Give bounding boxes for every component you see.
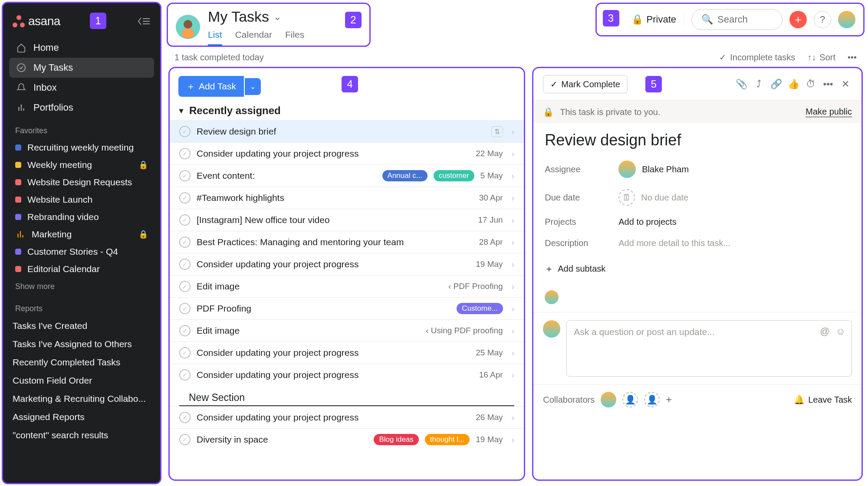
tab-files[interactable]: Files bbox=[285, 27, 304, 46]
close-icon[interactable]: ✕ bbox=[839, 79, 852, 90]
nav-item-home[interactable]: Home bbox=[9, 38, 154, 58]
show-more-link[interactable]: Show more bbox=[3, 278, 160, 296]
link-icon[interactable]: 🔗 bbox=[769, 79, 783, 90]
add-collaborator-slot[interactable]: 👤 bbox=[622, 392, 638, 407]
task-row[interactable]: ✓Edit image‹ PDF Proofing› bbox=[170, 275, 524, 297]
subtask-icon[interactable]: ⤴ bbox=[752, 79, 765, 90]
complete-toggle[interactable]: ✓ bbox=[179, 325, 191, 336]
report-item[interactable]: Tasks I've Assigned to Others bbox=[3, 335, 160, 353]
details-icon[interactable]: ⇅ bbox=[491, 126, 503, 137]
complete-toggle[interactable]: ✓ bbox=[179, 281, 191, 292]
task-row[interactable]: ✓PDF ProofingCustome...› bbox=[170, 297, 524, 319]
collapse-sidebar-icon[interactable] bbox=[138, 16, 151, 26]
complete-toggle[interactable]: ✓ bbox=[179, 259, 191, 270]
task-tag[interactable]: Custome... bbox=[457, 303, 503, 314]
report-item[interactable]: Recently Completed Tasks bbox=[3, 353, 160, 371]
description-value[interactable]: Add more detail to this task... bbox=[618, 238, 730, 248]
task-row[interactable]: ✓Edit image‹ Using PDF proofing› bbox=[170, 319, 524, 342]
comment-input[interactable]: Ask a question or post an update... @ ☺ bbox=[566, 320, 852, 377]
global-add-button[interactable]: + bbox=[789, 11, 807, 28]
task-row[interactable]: ✓Diversity in spaceBlog ideasthought l..… bbox=[170, 428, 524, 450]
task-row[interactable]: ✓Consider updating your project progress… bbox=[170, 364, 524, 386]
complete-toggle[interactable]: ✓ bbox=[179, 303, 191, 314]
report-item[interactable]: Custom Field Order bbox=[3, 371, 160, 390]
task-row[interactable]: ✓Consider updating your project progress… bbox=[170, 406, 524, 428]
complete-toggle[interactable]: ✓ bbox=[179, 148, 191, 159]
task-title[interactable]: Review design brief bbox=[545, 131, 850, 149]
task-row[interactable]: ✓Event content:Annual c...customer5 May› bbox=[170, 164, 524, 187]
complete-toggle[interactable]: ✓ bbox=[179, 434, 191, 445]
complete-toggle[interactable]: ✓ bbox=[179, 347, 191, 358]
report-item[interactable]: Marketing & Recruiting Collabo... bbox=[3, 390, 160, 408]
due-date-value[interactable]: 🗓 No due date bbox=[618, 189, 688, 206]
favorite-item[interactable]: Website Design Requests bbox=[3, 174, 160, 191]
section-new[interactable]: New Section bbox=[179, 386, 514, 406]
task-title: Consider updating your project progress bbox=[197, 348, 470, 358]
favorite-item[interactable]: Rebranding video bbox=[3, 208, 160, 226]
topbar: 3 🔒 Private 🔍 Search + ? bbox=[595, 3, 865, 36]
task-row[interactable]: ✓Best Practices: Managing and mentoring … bbox=[170, 231, 524, 253]
favorite-item[interactable]: Editorial Calendar bbox=[3, 260, 160, 278]
task-title: Event content: bbox=[197, 171, 376, 181]
complete-toggle[interactable]: ✓ bbox=[179, 126, 191, 137]
report-item[interactable]: "content" search results bbox=[3, 426, 160, 444]
collaborator-avatar[interactable] bbox=[601, 392, 616, 407]
task-row[interactable]: ✓Consider updating your project progress… bbox=[170, 142, 524, 164]
complete-toggle[interactable]: ✓ bbox=[179, 214, 191, 226]
mention-icon[interactable]: @ bbox=[820, 326, 829, 337]
mark-complete-button[interactable]: ✓ Mark Complete bbox=[543, 75, 628, 93]
nav-item-portfolios[interactable]: Portfolios bbox=[9, 98, 154, 118]
nav-item-my-tasks[interactable]: My Tasks bbox=[9, 58, 154, 78]
favorite-item[interactable]: Recruiting weekly meeting bbox=[3, 139, 160, 156]
task-row[interactable]: ✓[Instagram] New office tour video17 Jun… bbox=[170, 209, 524, 231]
logo[interactable]: asana bbox=[13, 14, 60, 28]
task-tag[interactable]: thought l... bbox=[425, 434, 470, 445]
complete-toggle[interactable]: ✓ bbox=[179, 369, 191, 381]
make-public-link[interactable]: Make public bbox=[806, 107, 852, 117]
tab-calendar[interactable]: Calendar bbox=[235, 27, 272, 46]
complete-toggle[interactable]: ✓ bbox=[179, 412, 191, 423]
more-icon[interactable]: ••• bbox=[822, 79, 835, 90]
add-collaborator-button[interactable]: + bbox=[666, 394, 672, 406]
add-task-button[interactable]: ＋ Add Task bbox=[178, 76, 244, 97]
attachment-icon[interactable]: 📎 bbox=[735, 79, 748, 90]
task-tag[interactable]: customer bbox=[434, 170, 474, 181]
add-task-dropdown[interactable]: ⌄ bbox=[245, 78, 261, 95]
assignee-value[interactable]: Blake Pham bbox=[618, 161, 689, 178]
add-collaborator-slot[interactable]: 👤 bbox=[644, 392, 660, 407]
favorite-item[interactable]: Marketing🔒 bbox=[3, 226, 160, 243]
task-row[interactable]: ✓Consider updating your project progress… bbox=[170, 253, 524, 275]
task-tag[interactable]: Blog ideas bbox=[374, 434, 418, 445]
chevron-down-icon[interactable]: ⌄ bbox=[273, 11, 281, 23]
like-icon[interactable]: 👍 bbox=[787, 79, 800, 90]
nav-item-inbox[interactable]: Inbox bbox=[9, 78, 154, 98]
task-row[interactable]: ✓#Teamwork highlights30 Apr› bbox=[170, 187, 524, 209]
complete-toggle[interactable]: ✓ bbox=[179, 192, 191, 204]
leave-task-button[interactable]: 🔔 Leave Task bbox=[794, 394, 852, 405]
privacy-indicator[interactable]: 🔒 Private bbox=[631, 14, 684, 25]
user-avatar[interactable] bbox=[176, 15, 200, 39]
complete-toggle[interactable]: ✓ bbox=[179, 170, 191, 181]
complete-toggle[interactable]: ✓ bbox=[179, 236, 191, 248]
more-icon[interactable]: ••• bbox=[848, 53, 857, 62]
emoji-icon[interactable]: ☺ bbox=[836, 326, 845, 337]
favorite-item[interactable]: Website Launch bbox=[3, 191, 160, 208]
report-item[interactable]: Tasks I've Created bbox=[3, 317, 160, 335]
collaborators-label: Collaborators bbox=[543, 395, 595, 405]
help-button[interactable]: ? bbox=[814, 11, 831, 28]
sort-button[interactable]: ↑↓ Sort bbox=[807, 53, 835, 62]
favorite-item[interactable]: Weekly meeting🔒 bbox=[3, 156, 160, 174]
filter-incomplete[interactable]: ✓ Incomplete tasks bbox=[719, 52, 795, 62]
section-recently-assigned[interactable]: ▾ Recently assigned bbox=[170, 101, 524, 120]
tab-list[interactable]: List bbox=[208, 27, 222, 46]
profile-avatar[interactable] bbox=[838, 11, 855, 28]
projects-value[interactable]: Add to projects bbox=[618, 217, 676, 227]
add-subtask-button[interactable]: ＋ Add subtask bbox=[545, 259, 850, 275]
task-tag[interactable]: Annual c... bbox=[382, 170, 427, 181]
favorite-item[interactable]: Customer Stories - Q4 bbox=[3, 243, 160, 260]
search-input[interactable]: 🔍 Search bbox=[691, 9, 783, 30]
timer-icon[interactable]: ⏱ bbox=[804, 79, 817, 90]
report-item[interactable]: Assigned Reports bbox=[3, 408, 160, 426]
task-row[interactable]: ✓Consider updating your project progress… bbox=[170, 342, 524, 364]
task-row[interactable]: ✓Review design brief⇅› bbox=[170, 120, 524, 142]
